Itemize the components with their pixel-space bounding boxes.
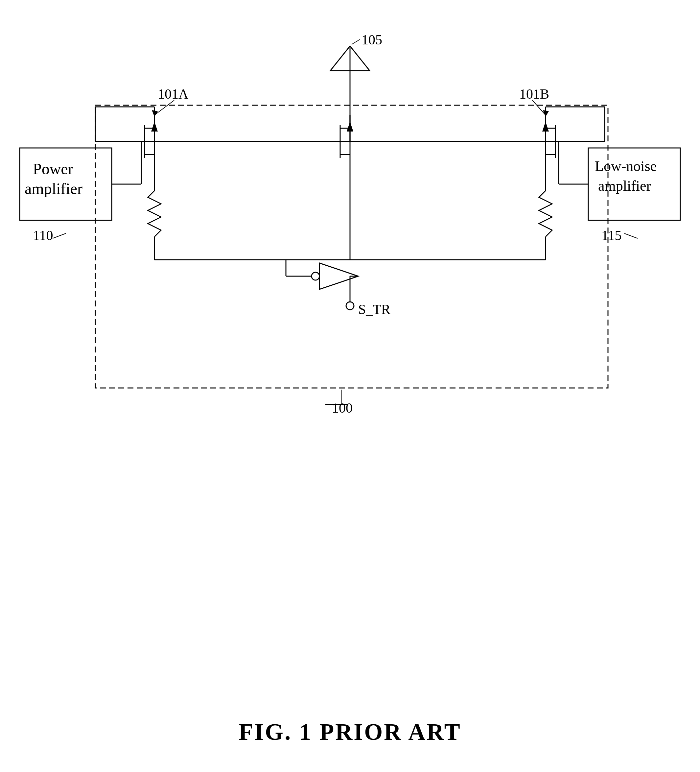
- lna-text-line1: Low-noise: [595, 158, 657, 174]
- pa-text-line1: Power: [33, 160, 73, 178]
- antenna-label: 105: [362, 32, 382, 47]
- svg-marker-26: [347, 122, 353, 131]
- switch-module-boundary: [95, 105, 608, 388]
- svg-marker-11: [151, 122, 158, 131]
- label-101b: 101B: [519, 87, 549, 101]
- diagram-container: 105: [0, 20, 700, 579]
- str-label: S_TR: [358, 302, 390, 317]
- svg-line-2: [352, 39, 360, 44]
- svg-point-41: [346, 302, 354, 310]
- label-100: 100: [332, 401, 352, 415]
- pa-text-line2: amplifier: [24, 180, 83, 197]
- svg-point-36: [312, 272, 320, 280]
- svg-line-54: [532, 100, 545, 115]
- lna-text-line2: amplifier: [598, 178, 651, 194]
- lna-ref-label: 115: [601, 228, 622, 243]
- pa-ref-label: 110: [33, 228, 53, 243]
- label-101a: 101A: [158, 87, 189, 101]
- svg-line-52: [155, 100, 174, 115]
- svg-line-46: [52, 234, 66, 238]
- figure-label: FIG. 1 PRIOR ART: [0, 718, 700, 746]
- svg-line-51: [625, 234, 638, 238]
- svg-marker-20: [542, 122, 549, 131]
